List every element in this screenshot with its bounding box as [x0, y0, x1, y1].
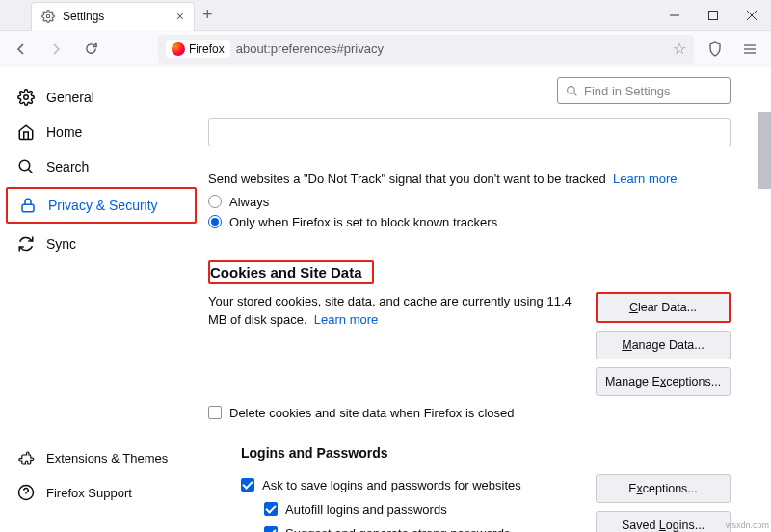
sync-icon — [17, 235, 35, 253]
sidebar-label: Privacy & Security — [48, 198, 158, 213]
delete-cookies-checkbox[interactable]: Delete cookies and site data when Firefo… — [208, 406, 731, 420]
gear-icon — [17, 89, 35, 106]
sidebar-label: General — [46, 90, 94, 105]
dnt-radio-only-blocked[interactable]: Only when Firefox is set to block known … — [208, 215, 731, 229]
dnt-learn-more-link[interactable]: Learn more — [613, 172, 677, 186]
manage-data-button[interactable]: Manage Data... — [596, 331, 731, 359]
logins-heading: Logins and Passwords — [241, 445, 731, 461]
radio-icon — [208, 215, 222, 228]
checkbox-icon — [264, 526, 278, 532]
svg-line-10 — [28, 169, 33, 173]
bookmark-star-icon[interactable]: ☆ — [673, 40, 686, 58]
cookies-learn-more-link[interactable]: Learn more — [314, 312, 378, 327]
suggest-passwords-checkbox[interactable]: Suggest and generate strong passwords — [264, 526, 584, 533]
sidebar-label: Extensions & Themes — [46, 451, 168, 466]
window-minimize[interactable] — [655, 0, 694, 31]
identity-label: Firefox — [189, 42, 225, 56]
sidebar-item-search[interactable]: Search — [6, 150, 197, 183]
sidebar-item-privacy-security[interactable]: Privacy & Security — [8, 189, 195, 222]
svg-rect-2 — [709, 11, 718, 19]
radio-icon — [208, 195, 222, 208]
svg-point-8 — [24, 95, 29, 100]
lock-icon — [19, 197, 37, 214]
dnt-radio-always[interactable]: Always — [208, 195, 731, 209]
checkbox-icon — [241, 478, 254, 492]
help-icon — [17, 484, 35, 501]
search-icon — [566, 85, 578, 97]
reload-button[interactable] — [77, 36, 104, 63]
window-controls — [655, 0, 771, 31]
svg-point-0 — [46, 14, 50, 18]
tracking-exceptions-field[interactable] — [208, 118, 731, 146]
site-identity[interactable]: Firefox — [166, 40, 230, 58]
extension-icon — [17, 449, 35, 466]
window-close[interactable] — [732, 0, 771, 31]
url-bar[interactable]: Firefox about:preferences#privacy ☆ — [158, 35, 694, 64]
sidebar-item-extensions[interactable]: Extensions & Themes — [6, 441, 197, 474]
svg-point-14 — [568, 86, 575, 93]
settings-main: Find in Settings Send websites a "Do Not… — [202, 67, 771, 532]
logins-exceptions-button[interactable]: Exceptions... — [596, 474, 731, 503]
clear-data-button[interactable]: Clear Data... — [598, 294, 729, 321]
forward-button[interactable] — [42, 36, 69, 63]
window-maximize[interactable] — [694, 0, 732, 31]
settings-search-input[interactable]: Find in Settings — [557, 77, 731, 104]
sidebar-item-home[interactable]: Home — [6, 116, 197, 148]
svg-rect-11 — [22, 204, 34, 212]
content-area: General Home Search Privacy & Security S… — [0, 67, 771, 532]
saved-logins-button[interactable]: Saved Logins... — [596, 511, 731, 533]
scrollbar-thumb[interactable] — [758, 112, 771, 189]
dnt-description: Send websites a "Do Not Track" signal th… — [208, 170, 731, 189]
tab-title: Settings — [63, 10, 169, 23]
cookies-usage-text: Your stored cookies, site data, and cach… — [208, 292, 584, 330]
watermark: wsxdn.com — [726, 520, 769, 530]
search-placeholder: Find in Settings — [584, 84, 671, 98]
protection-shield-icon[interactable] — [702, 41, 729, 57]
url-text: about:preferences#privacy — [236, 41, 384, 56]
sidebar-item-support[interactable]: Firefox Support — [6, 476, 197, 509]
checkbox-icon — [264, 502, 278, 516]
sidebar-label: Sync — [46, 236, 76, 252]
settings-sidebar: General Home Search Privacy & Security S… — [0, 67, 202, 532]
cookies-heading: Cookies and Site Data — [210, 264, 362, 280]
sidebar-item-general[interactable]: General — [6, 81, 197, 114]
checkbox-icon — [208, 406, 222, 419]
firefox-icon — [172, 42, 185, 56]
sidebar-label: Firefox Support — [46, 486, 132, 500]
home-icon — [17, 123, 35, 141]
sidebar-item-sync[interactable]: Sync — [6, 227, 197, 260]
sidebar-label: Home — [46, 124, 82, 140]
svg-line-15 — [573, 93, 576, 95]
sidebar-label: Search — [46, 159, 89, 174]
search-icon — [17, 158, 35, 175]
settings-icon — [41, 10, 55, 23]
manage-exceptions-button[interactable]: Manage Exceptions... — [596, 367, 731, 396]
svg-point-9 — [19, 160, 30, 171]
browser-toolbar: Firefox about:preferences#privacy ☆ — [0, 31, 771, 67]
ask-save-logins-checkbox[interactable]: Ask to save logins and passwords for web… — [241, 478, 584, 492]
browser-tab[interactable]: Settings × — [31, 2, 195, 31]
new-tab-button[interactable]: + — [202, 5, 213, 25]
autofill-logins-checkbox[interactable]: Autofill logins and passwords — [264, 502, 584, 517]
back-button[interactable] — [8, 36, 35, 63]
tab-close-icon[interactable]: × — [176, 9, 184, 24]
titlebar: Settings × + — [0, 0, 771, 31]
app-menu-button[interactable] — [736, 41, 763, 57]
